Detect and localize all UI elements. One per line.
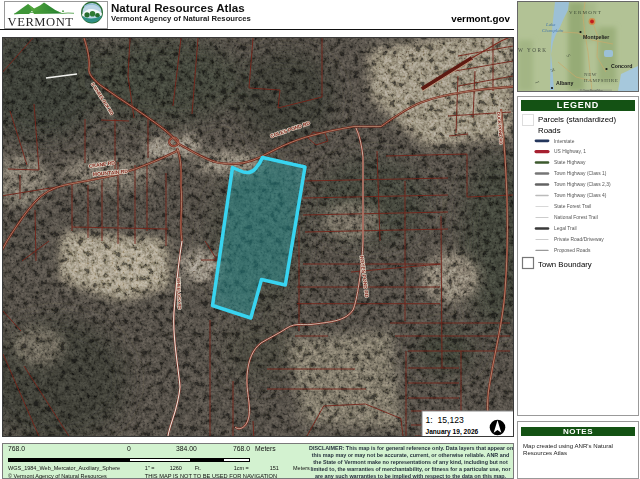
- svg-text:January 19, 2026: January 19, 2026: [426, 428, 479, 436]
- svg-text:State Forest Trail: State Forest Trail: [554, 204, 591, 209]
- svg-text:US Highway, 1: US Highway, 1: [554, 149, 586, 154]
- svg-text:Interstate: Interstate: [554, 139, 575, 144]
- svg-text:Town Highway (Class 2,3): Town Highway (Class 2,3): [554, 182, 611, 187]
- svg-text:HAMPSHIRE: HAMPSHIRE: [584, 78, 618, 83]
- svg-text:Champlain: Champlain: [542, 28, 564, 33]
- svg-text:NEW: NEW: [584, 72, 597, 77]
- svg-text:Legal Trail: Legal Trail: [554, 226, 577, 231]
- svg-text:Albany: Albany: [556, 80, 573, 86]
- svg-text:State Highway: State Highway: [554, 160, 586, 165]
- svg-text:Proposed Roads: Proposed Roads: [554, 248, 591, 253]
- svg-text:Montpelier: Montpelier: [583, 34, 609, 40]
- svg-text:Lake: Lake: [545, 22, 556, 27]
- svg-text:Concord: Concord: [611, 63, 632, 69]
- svg-text:Private Road/Driveway: Private Road/Driveway: [554, 237, 604, 242]
- svg-text:VERMONT: VERMONT: [569, 10, 602, 15]
- svg-text:1: 15,123: 1: 15,123: [426, 415, 464, 425]
- svg-text:Town Highway (Class 4): Town Highway (Class 4): [554, 193, 607, 198]
- svg-text:© OpenStreetMap: © OpenStreetMap: [580, 89, 603, 91]
- svg-text:W YORK: W YORK: [518, 47, 548, 53]
- svg-text:National Forest Trail: National Forest Trail: [554, 215, 598, 220]
- svg-text:VERMONT: VERMONT: [8, 15, 74, 29]
- svg-text:Town Highway (Class 1): Town Highway (Class 1): [554, 171, 607, 176]
- svg-text:Town Boundary: Town Boundary: [538, 260, 592, 269]
